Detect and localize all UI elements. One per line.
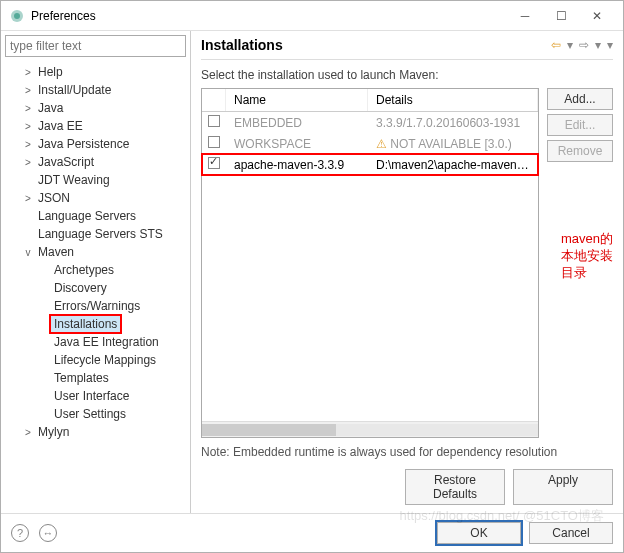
table-row[interactable]: WORKSPACE⚠ NOT AVAILABLE [3.0.) (202, 133, 538, 154)
tree-item-java-ee-integration[interactable]: Java EE Integration (5, 333, 190, 351)
tree-item-install-update[interactable]: >Install/Update (5, 81, 190, 99)
checkbox[interactable] (208, 157, 220, 169)
row-details: D:\maven2\apache-maven-3. (368, 158, 538, 172)
forward-icon[interactable]: ⇨ (579, 38, 589, 52)
tree-item-jdt-weaving[interactable]: JDT Weaving (5, 171, 190, 189)
row-details: 3.3.9/1.7.0.20160603-1931 (368, 116, 538, 130)
titlebar: Preferences ─ ☐ ✕ (1, 1, 623, 31)
minimize-button[interactable]: ─ (507, 2, 543, 30)
remove-button[interactable]: Remove (547, 140, 613, 162)
tree-item-language-servers-sts[interactable]: Language Servers STS (5, 225, 190, 243)
tree-item-javascript[interactable]: >JavaScript (5, 153, 190, 171)
tree-item-help[interactable]: >Help (5, 63, 190, 81)
tree-item-language-servers[interactable]: Language Servers (5, 207, 190, 225)
button-row: Restore Defaults Apply (201, 469, 613, 505)
ok-button[interactable]: OK (437, 522, 521, 544)
installations-table: Name Details EMBEDDED3.3.9/1.7.0.2016060… (201, 88, 539, 438)
edit-button[interactable]: Edit... (547, 114, 613, 136)
tree-item-user-settings[interactable]: User Settings (5, 405, 190, 423)
tree-item-templates[interactable]: Templates (5, 369, 190, 387)
tree-item-java[interactable]: >Java (5, 99, 190, 117)
add-button[interactable]: Add... (547, 88, 613, 110)
window-title: Preferences (31, 9, 507, 23)
preferences-tree[interactable]: >Help>Install/Update>Java>Java EE>Java P… (1, 61, 190, 513)
apply-button[interactable]: Apply (513, 469, 613, 505)
tree-item-java-persistence[interactable]: >Java Persistence (5, 135, 190, 153)
close-button[interactable]: ✕ (579, 2, 615, 30)
table-header: Name Details (202, 89, 538, 112)
table-row[interactable]: EMBEDDED3.3.9/1.7.0.20160603-1931 (202, 112, 538, 133)
help-icons: ? ↔ (11, 524, 437, 542)
checkbox[interactable] (208, 115, 220, 127)
content-pane: Installations ⇦▾ ⇨▾ ▾ Select the install… (191, 31, 623, 513)
page-title: Installations (201, 37, 551, 53)
nav-arrows: ⇦▾ ⇨▾ ▾ (551, 38, 613, 52)
import-export-icon[interactable]: ↔ (39, 524, 57, 542)
tree-item-installations[interactable]: Installations (5, 315, 190, 333)
tree-item-maven[interactable]: vMaven (5, 243, 190, 261)
tree-item-json[interactable]: >JSON (5, 189, 190, 207)
table-wrap: Name Details EMBEDDED3.3.9/1.7.0.2016060… (201, 88, 613, 438)
tree-item-archetypes[interactable]: Archetypes (5, 261, 190, 279)
sidebar: >Help>Install/Update>Java>Java EE>Java P… (1, 31, 191, 513)
cancel-button[interactable]: Cancel (529, 522, 613, 544)
filter-box (5, 35, 186, 57)
col-name[interactable]: Name (226, 89, 368, 111)
table-body: EMBEDDED3.3.9/1.7.0.20160603-1931WORKSPA… (202, 112, 538, 175)
back-icon[interactable]: ⇦ (551, 38, 561, 52)
horizontal-scrollbar[interactable] (202, 421, 538, 437)
maximize-button[interactable]: ☐ (543, 2, 579, 30)
note-text: Note: Embedded runtime is always used fo… (201, 444, 613, 461)
filter-input[interactable] (5, 35, 186, 57)
tree-item-lifecycle-mappings[interactable]: Lifecycle Mappings (5, 351, 190, 369)
window-icon (9, 8, 25, 24)
description: Select the installation used to launch M… (201, 68, 613, 82)
row-details: ⚠ NOT AVAILABLE [3.0.) (368, 137, 538, 151)
col-details[interactable]: Details (368, 89, 538, 111)
tree-item-errors-warnings[interactable]: Errors/Warnings (5, 297, 190, 315)
svg-point-1 (14, 13, 20, 19)
footer: ? ↔ OK Cancel (1, 513, 623, 552)
table-row[interactable]: apache-maven-3.3.9D:\maven2\apache-maven… (202, 154, 538, 175)
row-name: WORKSPACE (226, 137, 368, 151)
restore-defaults-button[interactable]: Restore Defaults (405, 469, 505, 505)
tree-item-mylyn[interactable]: >Mylyn (5, 423, 190, 441)
tree-item-discovery[interactable]: Discovery (5, 279, 190, 297)
row-name: apache-maven-3.3.9 (226, 158, 368, 172)
tree-item-java-ee[interactable]: >Java EE (5, 117, 190, 135)
annotation-text: maven的本地安装目录 (561, 231, 623, 282)
main: >Help>Install/Update>Java>Java EE>Java P… (1, 31, 623, 513)
checkbox[interactable] (208, 136, 220, 148)
help-icon[interactable]: ? (11, 524, 29, 542)
tree-item-user-interface[interactable]: User Interface (5, 387, 190, 405)
content-header: Installations ⇦▾ ⇨▾ ▾ (201, 37, 613, 60)
row-name: EMBEDDED (226, 116, 368, 130)
